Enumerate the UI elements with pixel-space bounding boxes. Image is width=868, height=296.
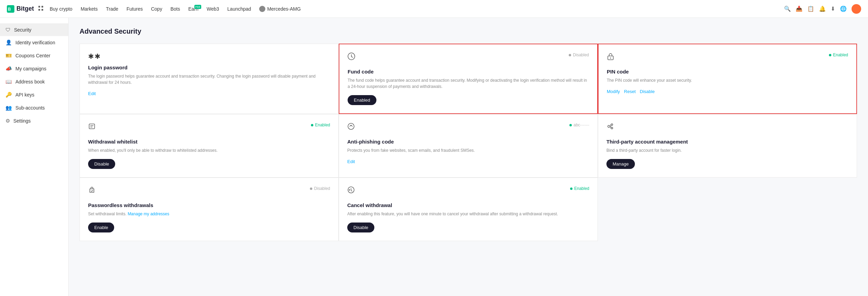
nav-web3[interactable]: Web3	[203, 4, 222, 14]
sidebar-item-address-book[interactable]: 📖 Address book	[0, 75, 68, 88]
disable-cancel-withdrawal-button[interactable]: Disable	[347, 223, 374, 232]
card-anti-phishing: abc········ Anti-phishing code Protects …	[339, 114, 598, 178]
nav-earn[interactable]: Earn Hot	[185, 4, 202, 14]
language-icon[interactable]: 🌐	[840, 5, 847, 12]
anti-phishing-icon	[347, 123, 355, 132]
svg-rect-2	[38, 6, 40, 8]
pin-code-title: PIN code	[607, 69, 848, 75]
disable-pin-button[interactable]: Disable	[640, 89, 654, 94]
disable-whitelist-button[interactable]: Disable	[88, 159, 115, 169]
anti-phishing-actions: Edit	[347, 159, 589, 164]
partner-logo-icon	[259, 6, 265, 12]
grid-icon[interactable]	[38, 5, 44, 12]
pin-code-header: Enabled	[607, 53, 848, 66]
cancel-withdrawal-status: Enabled	[570, 186, 589, 191]
main-content: Advanced Security ✱✱ Login password The …	[69, 18, 868, 296]
pin-code-status-dot	[829, 54, 831, 56]
svg-point-14	[611, 127, 613, 129]
svg-point-8	[610, 58, 611, 59]
hot-badge: Hot	[194, 5, 201, 9]
sub-accounts-icon: 👥	[5, 105, 12, 111]
fund-code-desc: The fund code helps guarantee account an…	[348, 77, 589, 90]
logo[interactable]: B Bitget	[7, 5, 34, 13]
fund-code-status: Disabled	[569, 53, 589, 57]
edit-login-password-button[interactable]: Edit	[88, 91, 96, 96]
deposit-icon[interactable]: 📥	[796, 5, 803, 12]
sidebar-item-my-campaigns[interactable]: 📣 My campaigns	[0, 62, 68, 75]
settings-icon: ⚙	[5, 118, 10, 124]
download-icon[interactable]: ⬇	[831, 5, 835, 12]
nav-buy-crypto[interactable]: Buy crypto	[46, 4, 76, 14]
nav-bots[interactable]: Bots	[167, 4, 183, 14]
nav-links: Buy crypto Markets Trade Futures Copy Bo…	[46, 4, 784, 14]
svg-point-12	[608, 125, 610, 127]
passwordless-title: Passwordless withdrawals	[88, 202, 330, 208]
passwordless-icon	[88, 186, 96, 195]
card-login-password: ✱✱ Login password The login password hel…	[80, 44, 339, 114]
nav-trade[interactable]: Trade	[103, 4, 122, 14]
login-password-actions: Edit	[88, 91, 330, 96]
address-book-icon: 📖	[5, 79, 12, 85]
reset-pin-button[interactable]: Reset	[624, 89, 636, 94]
modify-pin-button[interactable]: Modify	[607, 89, 620, 94]
fund-code-enabled-button[interactable]: Enabled	[348, 95, 376, 105]
main-layout: 🛡 Security 👤 Identity verification 🎫 Cou…	[0, 18, 868, 296]
sidebar-item-api-keys[interactable]: 🔑 API keys	[0, 88, 68, 101]
nav-copy[interactable]: Copy	[147, 4, 166, 14]
withdrawal-whitelist-actions: Disable	[88, 159, 330, 169]
sidebar-item-security[interactable]: 🛡 Security	[0, 23, 68, 36]
anti-phishing-desc: Protects you from fake websites, scam em…	[347, 147, 589, 153]
nav-futures[interactable]: Futures	[123, 4, 146, 14]
sidebar-label-sub-accounts: Sub-accounts	[15, 105, 45, 111]
nav-launchpad[interactable]: Launchpad	[224, 4, 254, 14]
manage-addresses-link[interactable]: Manage my addresses	[128, 212, 169, 216]
withdrawal-whitelist-desc: When enabled, you'll only be able to wit…	[88, 147, 330, 153]
fund-code-header: Disabled	[348, 53, 589, 66]
fund-code-title: Fund code	[348, 69, 589, 75]
withdrawal-whitelist-icon	[88, 123, 96, 132]
cancel-withdrawal-actions: Disable	[347, 223, 589, 232]
third-party-title: Third-party account management	[606, 139, 848, 145]
api-keys-icon: 🔑	[5, 92, 12, 98]
cancel-withdrawal-title: Cancel withdrawal	[347, 202, 589, 208]
nav-partner[interactable]: Mercedes-AMG	[256, 4, 304, 14]
enable-passwordless-button[interactable]: Enable	[88, 223, 114, 232]
notifications-icon[interactable]: 🔔	[819, 5, 826, 12]
anti-phishing-title: Anti-phishing code	[347, 139, 589, 145]
passwordless-header: Disabled	[88, 186, 330, 200]
third-party-desc: Bind a third-party account for faster lo…	[606, 147, 848, 153]
card-pin-code: Enabled PIN code The PIN code will enhan…	[598, 44, 857, 114]
user-avatar[interactable]	[852, 4, 861, 14]
withdrawal-whitelist-title: Withdrawal whitelist	[88, 139, 330, 145]
nav-right-icons: 🔍 📥 📋 🔔 ⬇ 🌐	[784, 4, 861, 14]
svg-rect-5	[41, 9, 43, 11]
fund-code-status-label: Disabled	[573, 53, 589, 57]
svg-rect-9	[89, 124, 95, 129]
sidebar-item-identity-verification[interactable]: 👤 Identity verification	[0, 36, 68, 49]
withdrawal-whitelist-status: Enabled	[311, 123, 330, 127]
login-password-title: Login password	[88, 65, 330, 70]
anti-phishing-status: abc········	[569, 123, 589, 127]
search-icon[interactable]: 🔍	[784, 5, 791, 12]
third-party-actions: Manage	[606, 159, 848, 169]
withdrawal-whitelist-status-label: Enabled	[315, 123, 330, 127]
cancel-withdrawal-header: Enabled	[347, 186, 589, 200]
sidebar-label-security: Security	[14, 27, 32, 33]
edit-anti-phishing-button[interactable]: Edit	[347, 159, 355, 164]
manage-third-party-button[interactable]: Manage	[606, 159, 635, 169]
sidebar-item-sub-accounts[interactable]: 👥 Sub-accounts	[0, 101, 68, 114]
sidebar-item-coupons-center[interactable]: 🎫 Coupons Center	[0, 49, 68, 62]
security-grid: ✱✱ Login password The login password hel…	[80, 44, 857, 241]
nav-markets[interactable]: Markets	[77, 4, 101, 14]
pin-code-actions: Modify Reset Disable	[607, 89, 848, 94]
cancel-withdrawal-icon	[347, 186, 355, 195]
bitget-logo-icon: B	[7, 5, 14, 13]
anti-phishing-dot	[569, 124, 572, 126]
orders-icon[interactable]: 📋	[807, 5, 814, 12]
svg-rect-4	[38, 9, 40, 11]
login-password-icon: ✱✱	[88, 52, 330, 60]
anti-phishing-code-value: abc········	[574, 123, 589, 127]
svg-rect-3	[41, 6, 43, 8]
third-party-icon	[606, 123, 614, 132]
sidebar-item-settings[interactable]: ⚙ Settings	[0, 114, 68, 127]
